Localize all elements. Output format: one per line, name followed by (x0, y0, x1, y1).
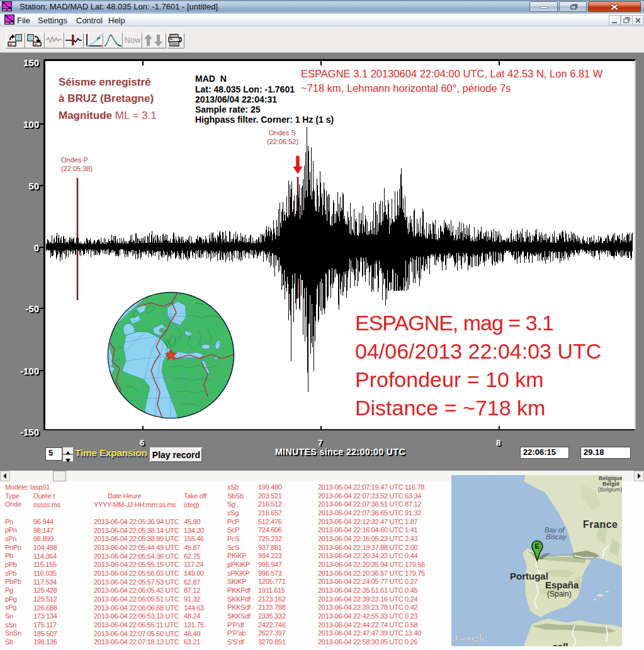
svg-text:(Spain): (Spain) (547, 590, 572, 598)
svg-text:España: España (545, 580, 579, 590)
svg-text:Portugal: Portugal (510, 571, 548, 581)
svg-text:Google: Google (455, 632, 487, 644)
svg-text:(Belgium): (Belgium) (598, 486, 622, 493)
svg-text:E: E (534, 542, 539, 550)
svg-text:Biscay: Biscay (546, 533, 567, 541)
svg-text:...aall: ...aall (545, 641, 568, 646)
svg-text:France: France (583, 519, 618, 530)
